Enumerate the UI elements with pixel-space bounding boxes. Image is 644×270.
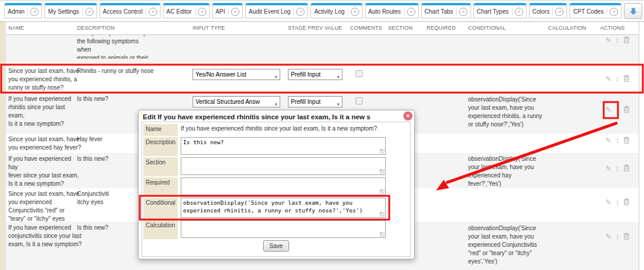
edit-pencil-icon[interactable]: ✎ (605, 37, 611, 44)
tab-bar: Admin↗My Settings↗Access Control↗AC Edit… (0, 0, 644, 22)
edit-pencil-icon[interactable]: ✎ (605, 165, 611, 172)
external-link-icon: ↗ (515, 8, 523, 16)
tab-separator (195, 8, 196, 15)
resize-handle-icon[interactable] (380, 149, 385, 154)
reorder-icon[interactable]: ↕ (616, 37, 619, 44)
tab-chart-tabs[interactable]: Chart Tabs↗ (421, 3, 471, 18)
column-header-section: SECTION (388, 25, 412, 31)
external-link-icon: ↗ (459, 8, 467, 16)
column-header-required: REQUIRED (427, 25, 456, 31)
reorder-icon[interactable]: ↕ (616, 199, 619, 206)
close-icon[interactable]: ✕ (403, 112, 412, 120)
required-textarea[interactable] (181, 177, 386, 195)
row-actions: ✎↕ (605, 136, 630, 145)
cell-name: Since your last exam, have you experienc… (8, 135, 82, 152)
table-header: NAMEDESCRIPTIONINPUT TYPESTAGE PREV VALU… (0, 22, 644, 35)
tab-label: Auto Routes (369, 8, 401, 15)
delete-button[interactable] (623, 164, 630, 173)
tab-api[interactable]: API↗ (212, 3, 243, 18)
save-button[interactable]: Save (263, 240, 289, 252)
delete-button[interactable] (623, 75, 630, 83)
delete-button[interactable] (623, 136, 630, 145)
cell-description: have you experienced any of the followin… (77, 35, 154, 59)
resize-handle-icon[interactable] (380, 232, 385, 237)
tab-cpt-codes[interactable]: CPT Codes↗ (569, 3, 621, 18)
tab-label: Colors (533, 8, 550, 15)
external-link-icon: ↗ (555, 8, 563, 16)
external-link-icon: ↗ (351, 8, 359, 16)
trash-icon (623, 106, 630, 113)
tab-audit-event-log[interactable]: Audit Event Log↗ (245, 3, 309, 18)
cell-conditional: observationDisplay('Since your last exam… (468, 224, 557, 266)
edit-pencil-icon[interactable]: ✎ (605, 199, 611, 206)
delete-button[interactable] (623, 198, 630, 207)
edit-pencil-icon[interactable]: ✎ (605, 233, 611, 240)
tab-separator (228, 8, 229, 15)
description-textarea[interactable]: Is this new? (181, 137, 386, 155)
comments-checkbox[interactable] (355, 70, 363, 77)
left-margin-strip (0, 22, 6, 270)
cell-description: Is this new? (77, 95, 160, 103)
cell-conditional: observationDisplay('Since your last exam… (468, 96, 557, 129)
external-link-icon: ↗ (231, 8, 239, 16)
edit-pencil-icon[interactable]: ✎ (605, 75, 611, 82)
delete-button[interactable] (623, 233, 630, 241)
column-header-description: DESCRIPTION (77, 25, 115, 31)
trash-icon (623, 136, 630, 144)
resize-handle-icon[interactable] (380, 189, 385, 194)
row-actions: ✎↕ (605, 164, 630, 173)
tab-admin[interactable]: Admin↗ (4, 3, 42, 18)
tab-chart-types[interactable]: Chart Types↗ (473, 3, 527, 18)
tab-colors[interactable]: Colors↗ (529, 3, 568, 18)
tab-my-settings[interactable]: My Settings↗ (44, 3, 97, 18)
column-header-comments: COMMENTS (350, 25, 382, 31)
modal-form: NameIf you have experienced rhinitis sin… (142, 122, 411, 257)
field-row-section: Section (143, 157, 409, 177)
tab-label: Chart Tabs (425, 8, 453, 15)
dropdown-caret-icon: ▼ (337, 100, 340, 107)
stage-prev-value-select[interactable]: Prefill Input▼ (288, 96, 342, 107)
cell-conditional: observationDisplay('Since your last exam… (468, 155, 557, 188)
reorder-icon[interactable]: ↕ (616, 106, 619, 113)
edit-pencil-icon[interactable]: ✎ (605, 106, 611, 113)
calculation-textarea[interactable] (181, 220, 386, 238)
trash-icon (623, 233, 630, 240)
reorder-icon[interactable]: ↕ (616, 137, 619, 144)
name-value: If you have experienced rhinitis since y… (181, 125, 407, 132)
scrollbar-gutter[interactable] (639, 22, 644, 270)
conditional-textarea[interactable]: observationDisplay('Since your last exam… (181, 198, 386, 218)
tab-activity-log[interactable]: Activity Log↗ (310, 3, 362, 18)
tab-auto-routes[interactable]: Auto Routes↗ (365, 3, 419, 18)
delete-button[interactable] (623, 36, 630, 45)
section-textarea[interactable] (181, 157, 386, 175)
input-type-select[interactable]: Vertical Structured Answ▼ (193, 96, 280, 107)
resize-handle-icon[interactable] (380, 212, 385, 217)
tab-label: API (216, 8, 225, 15)
tab-label: AC Editor (166, 8, 192, 15)
field-label: Calculation (143, 220, 178, 239)
cell-name: If you have experienced conjunctivitis s… (8, 224, 82, 249)
tab-access-control[interactable]: Access Control↗ (100, 3, 161, 18)
row-actions: ✎↕ (605, 198, 630, 207)
reorder-icon[interactable]: ↕ (616, 75, 619, 82)
dropdown-caret-icon: ▼ (337, 72, 340, 80)
reorder-icon[interactable]: ↕ (616, 233, 619, 240)
tab-separator (27, 8, 28, 15)
stage-prev-value-select[interactable]: Prefill Input▼ (288, 69, 342, 80)
resize-handle-icon[interactable] (380, 169, 385, 174)
tab-separator (293, 8, 294, 15)
tab-ac-editor[interactable]: AC Editor↗ (163, 3, 210, 18)
cell-description: Conjunctiviti itchy eyes (77, 190, 111, 207)
trash-icon (623, 198, 630, 205)
field-label: Name (143, 124, 178, 136)
tab-label: Chart Types (477, 8, 509, 15)
tab-overflow-button[interactable] (624, 3, 642, 19)
input-type-select[interactable]: Yes/No Answer List▼ (193, 69, 280, 80)
screen: have you experienced any of the followin… (0, 0, 644, 270)
column-header-conditional: CONDITIONAL (468, 25, 506, 31)
comments-checkbox[interactable] (355, 97, 363, 104)
reorder-icon[interactable]: ↕ (616, 165, 619, 172)
edit-pencil-icon[interactable]: ✎ (605, 137, 611, 144)
delete-button[interactable] (623, 106, 630, 114)
external-link-icon: ↗ (407, 8, 415, 16)
